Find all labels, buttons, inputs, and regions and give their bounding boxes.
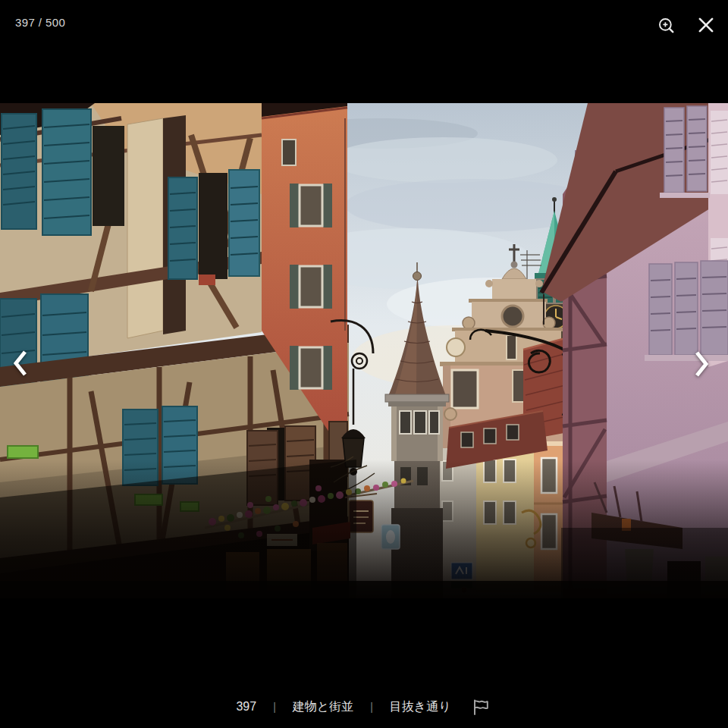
caption-subcategory: 目抜き通り [390,699,451,715]
caption-number: 397 [236,700,256,714]
flag-icon [471,707,492,718]
caption-category: 建物と街並 [293,699,353,715]
close-button[interactable] [693,12,719,38]
vignette [0,460,728,598]
flag-button[interactable] [471,698,492,716]
photo-caption: 397 | 建物と街並 | 目抜き通り [0,698,728,716]
photo-viewer-overlay: 397 / 500 [0,0,728,728]
chevron-right-icon [695,368,708,379]
chevron-left-icon [14,367,27,378]
photo [0,103,728,598]
caption-separator: | [273,701,276,713]
next-button[interactable] [690,347,713,381]
close-icon [696,26,716,37]
zoom-in-button[interactable] [654,13,679,39]
prev-button[interactable] [9,346,32,381]
photo-counter: 397 / 500 [15,16,65,29]
caption-separator: | [370,701,373,713]
magnifier-plus-icon [657,27,676,38]
